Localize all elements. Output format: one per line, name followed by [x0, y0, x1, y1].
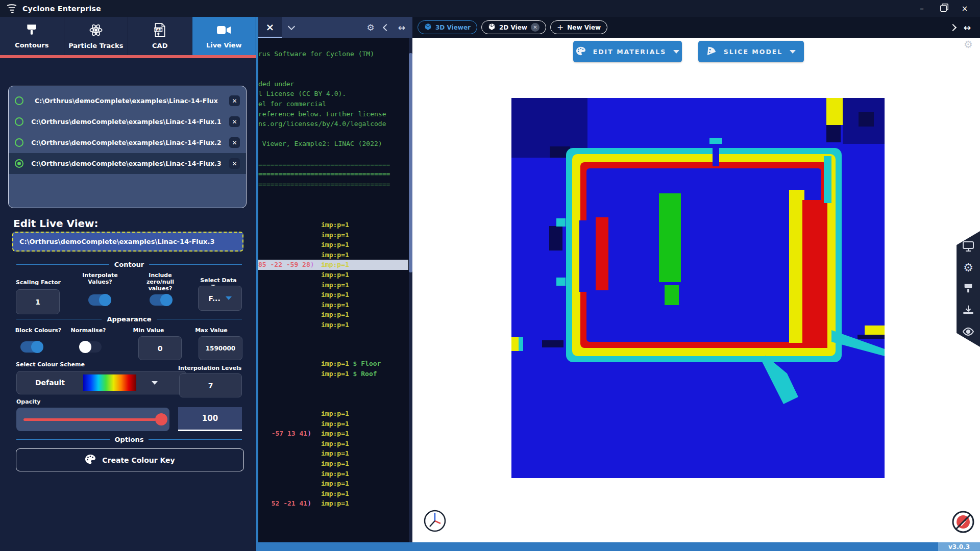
create-colour-key-button[interactable]: Create Colour Key	[16, 448, 244, 471]
console-line: imp:p=1	[258, 419, 408, 429]
radio-unselected-icon[interactable]	[15, 138, 23, 147]
console-output: rus Software for Cyclone (TM)ded underl …	[258, 38, 412, 542]
console-line: imp:p=1	[258, 240, 408, 250]
slice-model-button[interactable]: SLICE MODEL	[698, 41, 804, 62]
file-row-selected[interactable]: C:\Orthrus\demoComplete\examples\Linac-1…	[9, 153, 246, 174]
min-value: 0	[158, 344, 163, 353]
close-tab-icon[interactable]: ✕	[531, 23, 540, 32]
download-icon[interactable]	[962, 304, 975, 316]
create-colour-key-label: Create Colour Key	[102, 456, 175, 464]
console-line: reference below. Further license	[258, 109, 408, 119]
console-line: imp:p=1	[258, 320, 408, 330]
console-line: imp:p=1 $ Roof	[258, 369, 408, 379]
file-row[interactable]: C:\Orthrus\demoComplete\examples\Linac-1…	[9, 132, 246, 153]
axis-orientation-gizmo[interactable]	[423, 509, 447, 533]
console-close-button[interactable]: ×	[258, 17, 282, 38]
scaling-factor-input[interactable]: 1	[16, 289, 60, 314]
console-line: l License (CC BY 4.0).	[258, 89, 408, 99]
expand-horizontal-icon[interactable]: ↔	[398, 22, 405, 33]
interpolation-levels-input[interactable]: 7	[179, 373, 242, 397]
file-path: C:\Orthrus\demoComplete\examples\Linac-1…	[23, 118, 229, 126]
maximize-button[interactable]	[936, 3, 950, 15]
cube-icon	[424, 23, 432, 32]
viewer-settings-gear-icon[interactable]: ⚙	[964, 38, 973, 51]
tab-particle-tracks[interactable]: Particle Tracks	[64, 17, 129, 55]
chevron-down-icon[interactable]	[288, 22, 295, 30]
options-section-title: Options	[115, 436, 144, 443]
radio-unselected-icon[interactable]	[15, 117, 23, 126]
expand-horizontal-icon[interactable]: ↔	[964, 22, 971, 33]
tab-cad[interactable]: CAD CAD	[128, 17, 192, 55]
remove-file-icon[interactable]: ✕	[229, 116, 240, 127]
opacity-slider[interactable]	[16, 408, 169, 431]
palette-icon	[576, 46, 586, 57]
remove-file-icon[interactable]: ✕	[229, 95, 240, 106]
display-icon[interactable]	[962, 240, 975, 253]
include-zero-label: Include zero/null values?	[137, 272, 184, 292]
appearance-section-title: Appearance	[107, 315, 151, 323]
opacity-value-input[interactable]: 100	[178, 407, 242, 431]
min-value-label: Min Value	[131, 327, 166, 334]
eye-visibility-icon[interactable]	[962, 325, 975, 338]
live-view-file-list: C:\Orthrus\demoComplete\examples\Linac-1…	[8, 86, 247, 208]
file-row[interactable]: C:\Orthrus\demoComplete\examples\Linac-1…	[9, 111, 246, 132]
max-value-input[interactable]: 1590000	[199, 336, 242, 360]
minimize-button[interactable]: –	[915, 3, 929, 15]
contour-brush-icon[interactable]	[962, 283, 975, 295]
tab-3d-viewer[interactable]: 3D Viewer	[418, 20, 477, 34]
live-view-path-input[interactable]: C:\Orthrus\demoComplete\examples\Linac-1…	[12, 232, 243, 252]
opacity-value: 100	[202, 414, 218, 423]
disable-drawing-button[interactable]	[951, 510, 975, 534]
console-header: × ⚙ ↔	[258, 17, 412, 38]
opacity-label: Opacity	[16, 398, 47, 405]
console-line-highlighted: 85 -22 -59 28)imp:p=1	[258, 260, 408, 270]
close-button[interactable]: ×	[958, 3, 972, 15]
interpolate-values-toggle[interactable]	[88, 294, 110, 306]
radio-selected-icon[interactable]	[15, 159, 23, 168]
interpolate-values-label: Interpolate Values?	[77, 272, 124, 285]
console-line: imp:p=1	[258, 469, 408, 479]
tab-2d-view[interactable]: 2D View ✕	[481, 20, 546, 34]
max-value: 1590000	[206, 345, 235, 352]
chevron-right-icon[interactable]	[949, 23, 957, 31]
svg-text:CAD: CAD	[155, 28, 163, 32]
min-value-input[interactable]: 0	[138, 336, 182, 360]
chevron-down-icon	[673, 50, 679, 54]
normalise-toggle[interactable]	[80, 341, 102, 353]
block-colours-label: Block Colours?	[10, 327, 66, 334]
radio-unselected-icon[interactable]	[15, 96, 23, 105]
include-zero-toggle[interactable]	[150, 294, 172, 306]
progress-accent-bar	[0, 55, 256, 58]
brush-icon	[24, 23, 39, 39]
remove-file-icon[interactable]: ✕	[229, 158, 240, 169]
chevron-left-icon[interactable]	[383, 23, 390, 31]
console-line: imp:p=1	[258, 230, 408, 240]
console-line	[258, 149, 408, 159]
settings-tools-icon[interactable]: ⚙	[962, 262, 975, 274]
console-scrollbar-thumb[interactable]	[409, 53, 412, 272]
chevron-down-icon	[790, 50, 796, 54]
new-view-button[interactable]: + New View	[550, 20, 607, 34]
console-settings-gear-icon[interactable]: ⚙	[367, 22, 375, 33]
console-line: =================================	[258, 179, 408, 189]
edit-materials-button[interactable]: EDIT MATERIALS	[573, 41, 682, 62]
interpolation-levels-value: 7	[208, 382, 213, 390]
console-line: imp:p=1	[258, 448, 408, 459]
console-line: imp:p=1	[258, 459, 408, 469]
flux-map-canvas[interactable]	[511, 98, 885, 478]
opacity-slider-handle[interactable]	[155, 413, 167, 425]
appearance-divider: Appearance	[16, 315, 242, 323]
file-row[interactable]: C:\Orthrus\demoComplete\examples\Linac-1…	[9, 90, 246, 111]
tab-live-view[interactable]: Live View	[192, 17, 257, 55]
title-bar: Cyclone Enterprise – ×	[0, 0, 980, 17]
block-colours-toggle[interactable]	[20, 341, 42, 353]
data-type-dropdown[interactable]: F...	[198, 286, 242, 311]
tab-contours[interactable]: Contours	[0, 17, 64, 55]
contour-divider: Contour	[16, 261, 242, 268]
remove-file-icon[interactable]: ✕	[229, 137, 240, 148]
contour-section-title: Contour	[114, 261, 144, 268]
left-panel: Contours Particle Tracks CAD CAD Live Vi…	[0, 17, 256, 551]
console-scrollbar[interactable]	[409, 38, 412, 542]
colour-scheme-dropdown[interactable]: Default	[16, 371, 187, 394]
edit-live-view-heading: Edit Live View:	[13, 217, 99, 230]
